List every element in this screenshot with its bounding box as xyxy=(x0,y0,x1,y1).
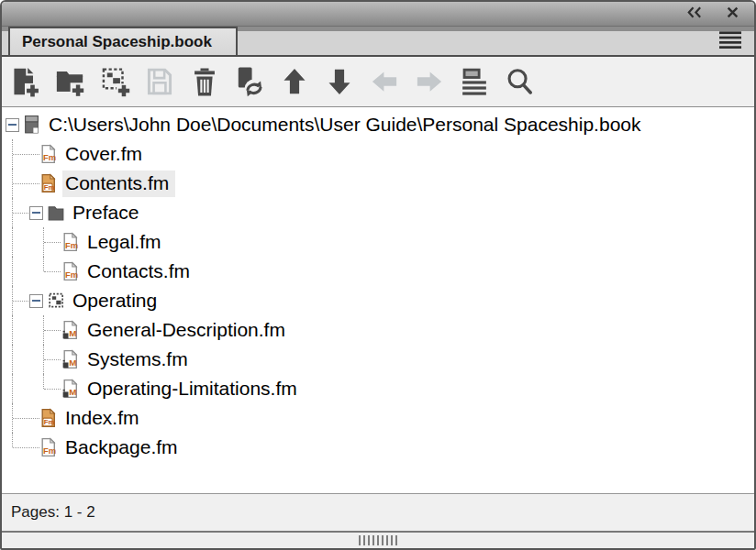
collapse-expander[interactable] xyxy=(6,118,19,132)
fm-group-file-icon: M xyxy=(62,349,79,369)
book-toolbar xyxy=(2,57,754,107)
save-book-icon xyxy=(144,65,175,98)
add-folder-icon xyxy=(54,65,85,98)
panel-bottom-strip xyxy=(2,531,754,548)
fm-file-icon: Fm xyxy=(62,261,79,281)
svg-text:Fm: Fm xyxy=(43,446,56,456)
fm-file-icon: Fm xyxy=(40,144,57,164)
svg-text:M: M xyxy=(69,328,76,338)
tree-item-label: Operating xyxy=(70,288,163,314)
collapse-expander[interactable] xyxy=(29,294,43,308)
tree-row[interactable]: FmCover.fm xyxy=(2,139,754,169)
collapse-expander[interactable] xyxy=(29,206,43,220)
tree-row[interactable]: MGeneral-Description.fm xyxy=(2,315,754,345)
update-book-icon xyxy=(234,65,265,98)
fm-group-file-icon: M xyxy=(62,320,79,340)
save-book-button xyxy=(143,63,176,100)
fm-file-icon: Fm xyxy=(62,232,79,252)
arrow-left-button xyxy=(368,63,401,100)
svg-text:Fm: Fm xyxy=(44,183,55,192)
tree-item-label: Index.fm xyxy=(62,405,146,432)
add-group-icon xyxy=(99,65,130,98)
fm-file-icon: Fm xyxy=(40,437,57,457)
tree-row[interactable]: Preface xyxy=(2,198,754,227)
search-icon xyxy=(504,65,535,98)
book-panel-window: Personal Spaceship.book C:\Users\John Do… xyxy=(0,0,756,550)
tree-row[interactable]: FmContents.fm xyxy=(2,169,754,198)
move-down-button[interactable] xyxy=(323,63,356,100)
display-heading-button[interactable] xyxy=(458,63,491,100)
collapse-panel-button[interactable] xyxy=(684,6,703,22)
panel-titlebar xyxy=(2,2,754,27)
tree-row[interactable]: Operating xyxy=(2,286,754,315)
tree-item-label: C:\Users\John Doe\Documents\User Guide\P… xyxy=(46,112,647,138)
arrow-right-icon xyxy=(414,68,445,95)
tree-item-label: Systems.fm xyxy=(84,346,195,373)
arrow-right-button xyxy=(413,63,446,100)
tree-row[interactable]: C:\Users\John Doe\Documents\User Guide\P… xyxy=(2,110,754,139)
pages-status: Pages: 1 - 2 xyxy=(11,503,95,522)
tree-item-label: Cover.fm xyxy=(62,141,149,168)
book-tree: C:\Users\John Doe\Documents\User Guide\P… xyxy=(2,107,754,493)
fm-group-file-icon: M xyxy=(62,379,79,399)
tree-row[interactable]: FmLegal.fm xyxy=(2,227,754,257)
move-up-button[interactable] xyxy=(278,63,311,100)
display-heading-icon xyxy=(459,65,490,98)
panel-menu-icon xyxy=(718,30,742,53)
move-down-icon xyxy=(325,66,354,97)
book-icon xyxy=(24,115,40,135)
tree-row[interactable]: MOperating-Limitations.fm xyxy=(2,374,754,403)
add-file-icon xyxy=(9,65,40,98)
move-up-icon xyxy=(280,66,309,97)
svg-text:M: M xyxy=(69,387,76,397)
tree-row[interactable]: MSystems.fm xyxy=(2,345,754,374)
panel-menu-button[interactable] xyxy=(717,31,743,51)
tree-row[interactable]: FmBackpage.fm xyxy=(2,433,754,462)
svg-text:Fm: Fm xyxy=(43,152,56,162)
tab-book[interactable]: Personal Spaceship.book xyxy=(8,27,238,55)
tab-title: Personal Spaceship.book xyxy=(22,33,212,51)
fm-generated-icon: Fm xyxy=(40,173,57,193)
update-book-button[interactable] xyxy=(233,63,266,100)
fm-generated-icon: Fm xyxy=(40,408,57,428)
tree-item-label: Contents.fm xyxy=(62,170,175,197)
add-file-button[interactable] xyxy=(8,63,41,100)
search-button[interactable] xyxy=(503,63,536,100)
add-group-button[interactable] xyxy=(98,63,131,100)
close-panel-button[interactable] xyxy=(723,6,741,22)
tree-item-label: Preface xyxy=(70,200,145,226)
panel-tab-strip: Personal Spaceship.book xyxy=(2,27,754,57)
tree-item-label: Legal.fm xyxy=(84,229,168,256)
svg-text:Fm: Fm xyxy=(65,240,78,250)
svg-text:Fm: Fm xyxy=(44,418,55,426)
add-folder-button[interactable] xyxy=(53,63,86,100)
delete-button[interactable] xyxy=(188,63,221,100)
group-icon xyxy=(48,291,64,311)
tree-item-label: General-Description.fm xyxy=(84,317,292,344)
tree-item-label: Contacts.fm xyxy=(84,258,196,285)
delete-icon xyxy=(189,65,220,98)
svg-text:M: M xyxy=(69,358,76,368)
close-icon xyxy=(726,6,739,23)
folder-icon xyxy=(48,203,64,223)
chevrons-left-icon xyxy=(685,6,703,23)
svg-text:Fm: Fm xyxy=(65,270,78,280)
arrow-left-icon xyxy=(369,68,400,95)
resize-grip[interactable] xyxy=(359,535,397,545)
status-bar: Pages: 1 - 2 xyxy=(2,493,754,531)
tree-item-label: Backpage.fm xyxy=(62,434,184,461)
tree-row[interactable]: FmContacts.fm xyxy=(2,257,754,286)
tree-item-label: Operating-Limitations.fm xyxy=(84,376,304,402)
tree-row[interactable]: FmIndex.fm xyxy=(2,403,754,433)
